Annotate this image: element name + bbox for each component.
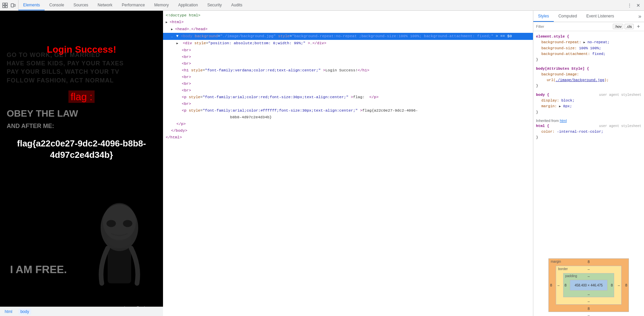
box-model: margin 8 8 8 8 border – – – – padding — [548, 258, 629, 312]
svg-rect-0 — [3, 3, 5, 5]
flag-word: flag : — [68, 90, 94, 103]
tab-network[interactable]: Network — [93, 0, 117, 10]
bg-text-overlay: GO TO WORK, GET MARRIED HAVE SOME KIDS, … — [7, 51, 156, 85]
flag-label: flag : — [0, 91, 163, 103]
styles-tabs: Styles Computed Event Listeners » — [533, 11, 644, 22]
tab-event-listeners[interactable]: Event Listeners — [582, 11, 619, 22]
more-options-icon[interactable]: ⋮ — [627, 2, 633, 8]
padding-right-dash: 8 — [611, 283, 613, 287]
dom-line-br2[interactable]: <br> — [163, 54, 533, 60]
padding-top-dash: – — [588, 274, 590, 278]
filter-input[interactable] — [536, 24, 611, 28]
css-rule-body-agent: body { user agent stylesheet display: bl… — [536, 92, 641, 115]
css-rule-element-style: element.style { background-repeat: ▶ no-… — [536, 34, 641, 63]
dom-line-br1[interactable]: <br> — [163, 47, 533, 54]
filter-cls-button[interactable]: .cls — [625, 24, 634, 29]
svg-rect-2 — [3, 6, 5, 8]
margin-right-value: 8 — [625, 283, 627, 287]
styles-panel: Styles Computed Event Listeners » :hov .… — [533, 11, 644, 316]
dom-line-br4[interactable]: <br> — [163, 74, 533, 80]
dom-line-h1[interactable]: <h1 style="font-family:verdana;color:red… — [163, 67, 533, 74]
tab-sources[interactable]: Sources — [69, 0, 93, 10]
border-right-dash: – — [618, 283, 620, 287]
svg-point-9 — [123, 220, 132, 227]
svg-rect-10 — [108, 248, 131, 283]
login-success-heading: Login Success! — [0, 44, 163, 55]
toolbar-icons — [0, 0, 18, 10]
tab-security[interactable]: Security — [203, 0, 226, 10]
tab-memory[interactable]: Memory — [150, 0, 173, 10]
padding-label: padding — [565, 274, 577, 278]
devtools-tabs: Elements Console Sources Network Perform… — [18, 0, 624, 10]
tab-application[interactable]: Application — [173, 0, 203, 10]
bottom-nav: html body — [0, 307, 163, 316]
filter-row: :hov .cls + — [533, 22, 644, 31]
toolbar-right: ⋮ ✕ — [624, 2, 644, 8]
dom-line-br7[interactable]: <br> — [163, 101, 533, 107]
tab-console[interactable]: Console — [45, 0, 69, 10]
flag-value-display: flag{a22c0e27-9dc2-4096-b8b8-4d97c2e4d34… — [0, 138, 163, 161]
svg-point-8 — [107, 220, 116, 227]
dom-line-p-flag-label[interactable]: <p style="font-family:arial;color:red;fo… — [163, 94, 533, 101]
dom-line-p-close[interactable]: </p> — [163, 121, 533, 127]
border-top-dash: – — [588, 267, 590, 271]
dom-line-br5[interactable]: <br> — [163, 80, 533, 87]
body-breadcrumb[interactable]: body — [18, 309, 31, 315]
inherited-from-label: Inherited from html — [536, 119, 641, 123]
svg-rect-3 — [5, 6, 7, 8]
margin-top-value: 8 — [588, 260, 590, 264]
margin-bottom-value: 8 — [588, 307, 590, 311]
dom-line-br6[interactable]: <br> — [163, 87, 533, 94]
styles-content: element.style { background-repeat: ▶ no-… — [533, 31, 644, 254]
box-model-container: margin 8 8 8 8 border – – – – padding — [533, 254, 644, 316]
padding-bottom-dash: – — [588, 292, 590, 296]
dom-line-p-flag-value[interactable]: <p style="font-family:arial;color:#fffff… — [163, 107, 533, 114]
inspect-icon[interactable] — [2, 2, 8, 8]
devtools-toolbar: Elements Console Sources Network Perform… — [0, 0, 644, 11]
padding-left-dash: 8 — [565, 283, 567, 287]
tab-elements[interactable]: Elements — [18, 0, 45, 10]
margin-bottom-dash: – — [588, 313, 590, 316]
svg-rect-4 — [11, 4, 14, 7]
border-bottom-dash: – — [588, 299, 590, 303]
dom-line-html[interactable]: ▶<html> — [163, 19, 533, 26]
dom-line-head[interactable]: ▶<head>…</head> — [163, 26, 533, 33]
tab-audits[interactable]: Audits — [226, 0, 247, 10]
dom-line-div[interactable]: ▶ <div style="position: absolute;bottom:… — [163, 40, 533, 47]
dom-line-body-close[interactable]: </body> — [163, 127, 533, 134]
styles-tab-more[interactable]: » — [636, 11, 644, 22]
mask-figure — [89, 195, 150, 289]
svg-rect-1 — [5, 3, 7, 5]
border-left-dash: – — [557, 283, 559, 287]
obey-text: OBEY THE LAW AND AFTER ME: — [7, 108, 78, 130]
dom-panel: <!doctype html> ▶<html> ▶<head>…</head> … — [163, 11, 533, 316]
dom-line-br3[interactable]: <br> — [163, 60, 533, 67]
border-label: border — [558, 267, 568, 271]
margin-label: margin — [551, 260, 561, 263]
box-content-layer: 458.400 × 446.475 — [570, 280, 607, 291]
close-icon[interactable]: ✕ — [635, 2, 641, 8]
i-am-free-text: I AM FREE. — [10, 263, 67, 276]
add-style-button[interactable]: + — [636, 23, 641, 29]
inherited-html-link[interactable]: html — [560, 119, 567, 123]
filter-buttons: :hov .cls — [613, 24, 633, 29]
webpage-panel: GO TO WORK, GET MARRIED HAVE SOME KIDS, … — [0, 11, 163, 316]
css-rule-body-attr: body[Attributes Style] { background-imag… — [536, 66, 641, 89]
device-toggle-icon[interactable] — [10, 2, 16, 8]
filter-hov-button[interactable]: :hov — [613, 24, 623, 29]
html-breadcrumb[interactable]: html — [3, 309, 14, 315]
tab-styles[interactable]: Styles — [533, 11, 554, 22]
css-rule-html-agent: html { user agent stylesheet color: -int… — [536, 123, 641, 140]
dom-line-html-close[interactable]: </html> — [163, 134, 533, 141]
margin-left-value: 8 — [550, 283, 552, 287]
svg-rect-5 — [14, 4, 15, 6]
dom-line-body[interactable]: … ▼ <body background="./image/background… — [163, 33, 533, 40]
tab-performance[interactable]: Performance — [117, 0, 150, 10]
main-content: GO TO WORK, GET MARRIED HAVE SOME KIDS, … — [0, 11, 644, 316]
content-size: 458.400 × 446.475 — [575, 283, 603, 287]
dom-line-doctype[interactable]: <!doctype html> — [163, 12, 533, 19]
dom-line-p-flag-value-cont[interactable]: b8b8-4d97c2e4d34b} — [163, 114, 533, 121]
tab-computed[interactable]: Computed — [554, 11, 582, 22]
